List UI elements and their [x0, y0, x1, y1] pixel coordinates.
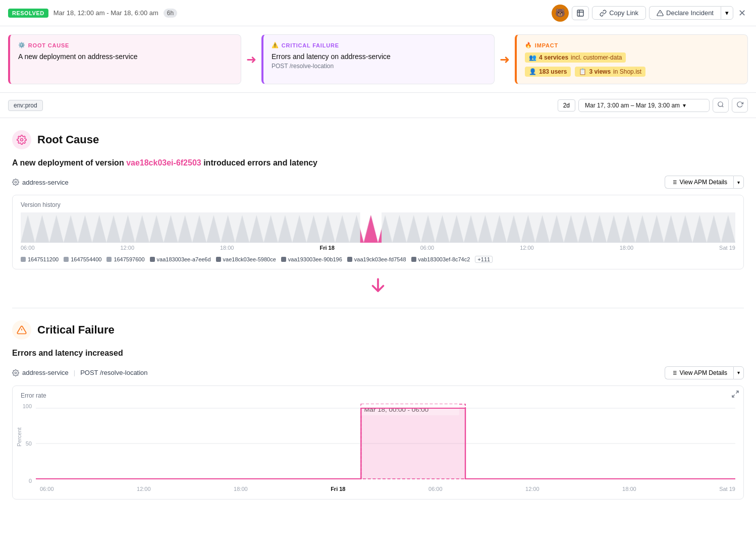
time-range: Mar 18, 12:00 am - Mar 18, 6:00 am [53, 9, 158, 17]
root-cause-icon: ⚙️ [18, 42, 26, 48]
legend-item: 1647511200 [21, 256, 59, 263]
screenshot-icon [576, 9, 584, 17]
warning-icon: ⚠️ [272, 42, 279, 48]
impact-users-chip: 👤 183 users [525, 67, 571, 77]
section-divider [12, 308, 744, 308]
view-apm-button-2[interactable]: View APM Details [665, 366, 733, 379]
root-cause-label: ⚙️ ROOT CAUSE [18, 42, 233, 48]
svg-marker-35 [361, 408, 465, 479]
critical-failure-sub: POST /resolve-location [272, 63, 486, 70]
root-cause-card: ⚙️ ROOT CAUSE A new deployment on addres… [8, 34, 241, 84]
version-time-labels: 06:00 12:00 18:00 Fri 18 06:00 12:00 18:… [21, 244, 735, 252]
legend-item: vaa193003ee-90b196 [281, 256, 342, 263]
legend-more: +111 [475, 256, 493, 263]
date-range-input[interactable]: Mar 17, 3:00 am – Mar 19, 3:00 am ▾ [578, 99, 710, 112]
critical-failure-label: ⚠️ CRITICAL FAILURE [272, 42, 486, 48]
critical-failure-section: Critical Failure Errors and latency incr… [12, 320, 744, 499]
svg-point-3 [718, 102, 723, 106]
view-apm-dropdown-2[interactable]: ▾ [733, 366, 744, 379]
version-chart [21, 212, 735, 243]
svg-point-5 [15, 182, 17, 184]
critical-service-name: address-service [22, 369, 69, 376]
svg-rect-15 [360, 212, 382, 243]
declare-incident-button[interactable]: Declare Incident [649, 6, 721, 20]
date-range-selector: 2d Mar 17, 3:00 am – Mar 19, 3:00 am ▾ [558, 98, 748, 113]
screenshot-button[interactable] [572, 6, 589, 20]
legend-item: vaa183003ee-a7ee6d [150, 256, 211, 263]
critical-failure-card: ⚠️ CRITICAL FAILURE Errors and latency o… [261, 34, 495, 84]
date-range-text: Mar 17, 3:00 am – Mar 19, 3:00 am [585, 102, 680, 109]
link-icon [600, 10, 607, 17]
legend-item: vab183003ef-8c74c2 [411, 256, 470, 263]
view-apm-label-2: View APM Details [680, 369, 727, 376]
error-time-labels: 06:00 12:00 18:00 Fri 18 06:00 12:00 18:… [21, 485, 735, 493]
root-cause-service-row: address-service View APM Details ▾ [12, 176, 744, 189]
alert-triangle-icon [17, 325, 27, 335]
dropdown-icon: ▾ [683, 102, 686, 109]
svg-line-28 [732, 395, 735, 397]
error-rate-svg: Mar 18, 00:00 - 06:00 [36, 403, 735, 484]
svg-rect-17 [382, 212, 735, 243]
error-rate-chart-container: Error rate 100 50 0 Percent [12, 385, 744, 500]
copy-link-button[interactable]: Copy Link [592, 6, 646, 20]
y-axis-label: Percent [16, 427, 22, 447]
gear-icon [17, 135, 27, 145]
critical-failure-body: Errors and latency on address-service [272, 52, 486, 61]
view-apm-group-2: View APM Details ▾ [665, 366, 744, 379]
section-down-arrow [12, 278, 744, 296]
list-icon-2 [671, 370, 677, 376]
declare-incident-dropdown[interactable]: ▾ [721, 6, 733, 20]
svg-rect-0 [577, 10, 583, 16]
version-chart-label: Version history [21, 201, 735, 208]
svg-rect-16 [21, 212, 360, 243]
expand-chart-button[interactable] [731, 390, 739, 400]
summary-section: ⚙️ ROOT CAUSE A new deployment on addres… [0, 26, 756, 93]
filter-bar: env:prod 2d Mar 17, 3:00 am – Mar 19, 3:… [0, 93, 756, 118]
version-legend: 1647511200 1647554400 1647597600 vaa1830… [21, 256, 735, 263]
top-bar: RESOLVED Mar 18, 12:00 am - Mar 18, 6:00… [0, 0, 756, 26]
critical-failure-header: Critical Failure [12, 320, 744, 340]
root-cause-header: Root Cause [12, 130, 744, 149]
legend-item: vaa19ck03ee-fd7548 [347, 256, 406, 263]
expand-icon [731, 390, 739, 398]
refresh-button[interactable] [732, 98, 748, 113]
version-link[interactable]: vae18ck03ei-6f2503 [126, 158, 201, 167]
down-arrow-icon [369, 278, 387, 296]
views-icon: 📋 [579, 68, 586, 75]
subtitle-before: A new deployment of version [12, 158, 124, 167]
impact-services-row: 👥 4 services incl. customer-data [525, 52, 739, 63]
root-cause-section: Root Cause A new deployment of version v… [12, 130, 744, 296]
list-icon [671, 179, 677, 185]
search-icon [717, 101, 724, 108]
legend-item: 1647597600 [106, 256, 144, 263]
critical-failure-service: address-service | POST /resolve-location [12, 369, 148, 376]
impact-users-row: 👤 183 users 📋 3 views in Shop.ist [525, 67, 739, 77]
duration-filter-badge[interactable]: 2d [558, 99, 575, 112]
impact-chips: 👥 4 services incl. customer-data 👤 183 u… [525, 52, 739, 77]
view-apm-button[interactable]: View APM Details [665, 176, 733, 189]
critical-failure-title: Critical Failure [37, 323, 115, 337]
duration-badge: 6h [164, 9, 177, 18]
subtitle-after: introduced errors and latency [203, 158, 317, 167]
view-apm-dropdown[interactable]: ▾ [733, 176, 744, 189]
arrow-2: ➜ [495, 34, 515, 84]
version-chart-container: Version history [12, 195, 744, 269]
legend-item: 1647554400 [64, 256, 101, 263]
impact-services-chip: 👥 4 services incl. customer-data [525, 52, 626, 63]
main-content: Root Cause A new deployment of version v… [0, 118, 756, 524]
env-filter[interactable]: env:prod [8, 100, 43, 111]
refresh-icon [736, 101, 743, 108]
legend-item: vae18ck03ee-5980ce [216, 256, 276, 263]
search-button[interactable] [713, 98, 729, 113]
arrow-1: ➜ [241, 34, 261, 84]
resolved-badge: RESOLVED [8, 9, 48, 18]
critical-failure-subtitle: Errors and latency increased [12, 348, 744, 359]
svg-point-20 [15, 372, 17, 374]
version-chart-svg [21, 212, 735, 243]
services-icon: 👥 [529, 54, 536, 61]
impact-label: 🔥 IMPACT [525, 42, 739, 48]
impact-views-chip: 📋 3 views in Shop.ist [575, 67, 645, 77]
copy-link-label: Copy Link [609, 9, 638, 17]
y-axis: 100 50 0 Percent [21, 403, 36, 484]
close-button[interactable]: ✕ [736, 6, 748, 21]
